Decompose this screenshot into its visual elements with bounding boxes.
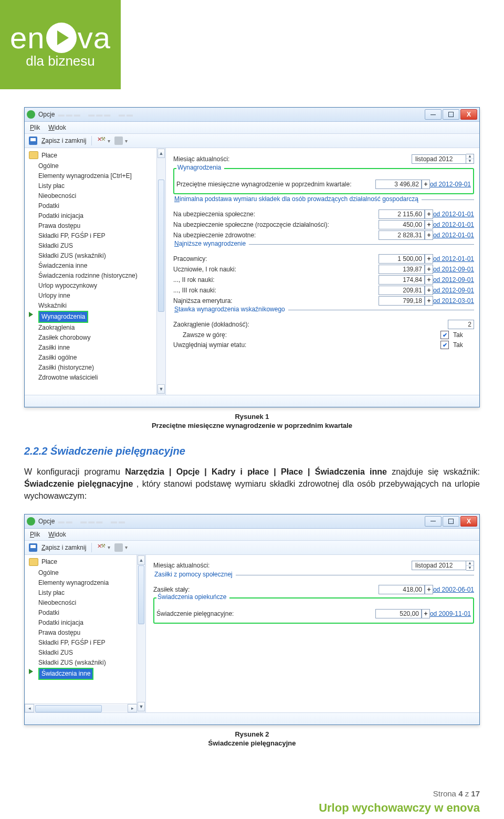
month-value[interactable]: listopad 2012 [412, 154, 466, 164]
row-value[interactable]: 799,18 [379, 296, 425, 306]
nav-item[interactable]: Świadczenia inne [38, 668, 144, 680]
row-date-link[interactable]: od 2012-09-01 [433, 276, 474, 284]
scroll-left-button[interactable]: ◂ [25, 704, 34, 712]
scroll-thumb[interactable] [138, 565, 144, 624]
tools-icon[interactable] [97, 136, 106, 145]
expand-button[interactable]: + [425, 230, 433, 240]
checkbox[interactable]: ✔ [440, 341, 449, 349]
expand-button[interactable]: + [425, 275, 433, 285]
nav-item[interactable]: Składki ZUS (wskaźniki) [38, 251, 164, 261]
nav-item[interactable]: Zasiłki (historyczne) [38, 363, 164, 373]
month-spinner[interactable]: listopad 2012 ▲▼ [412, 561, 474, 571]
print-icon[interactable] [114, 543, 123, 552]
nav-item[interactable]: Składki ZUS [38, 241, 164, 251]
nav-item[interactable]: Nieobecności [38, 191, 164, 201]
nav-item[interactable]: Podatki [38, 608, 144, 618]
row-date-link[interactable]: od 2012-01-01 [433, 221, 474, 228]
row-value[interactable]: 139,87 [379, 265, 425, 274]
nav-item[interactable]: Listy płac [38, 181, 164, 191]
menu-plik[interactable]: PPliklik [30, 124, 40, 131]
row-value[interactable]: 2 115,60 [379, 209, 425, 219]
row-date-link[interactable]: od 2012-09-01 [433, 266, 474, 273]
horizontal-scrollbar[interactable]: ◂ ▸ [25, 704, 137, 712]
nav-item[interactable]: Elementy wynagrodzenia [38, 578, 144, 588]
spinner-down-icon[interactable]: ▼ [466, 159, 474, 163]
nav-item[interactable]: Zaokrąglenia [38, 323, 164, 333]
row-date-link[interactable]: od 2012-09-01 [433, 287, 474, 294]
nav-item[interactable]: Nieobecności [38, 598, 144, 608]
nav-item[interactable]: Ogólne [38, 568, 144, 578]
nav-item[interactable]: Zasiłki inne [38, 343, 164, 353]
expand-button[interactable]: + [425, 286, 433, 295]
avg-date-link[interactable]: od 2012-09-01 [430, 181, 471, 188]
print-icon[interactable] [114, 136, 123, 145]
restore-button[interactable] [443, 109, 459, 120]
month-spinner[interactable]: listopad 2012 ▲▼ [412, 154, 474, 164]
nav-item[interactable]: Prawa dostępu [38, 221, 164, 231]
nav-item[interactable]: Urlop wypoczynkowy [38, 281, 164, 291]
nav-item[interactable]: Podatki inicjacja [38, 211, 164, 221]
restore-button[interactable] [443, 516, 459, 527]
nav-item[interactable]: Podatki inicjacja [38, 618, 144, 628]
row-value[interactable]: 1 500,00 [379, 254, 425, 264]
swiad-value[interactable]: 520,00 [375, 609, 422, 618]
month-value[interactable]: listopad 2012 [412, 561, 466, 570]
dropdown-caret-icon[interactable]: ▾ [108, 544, 110, 550]
scroll-thumb[interactable] [35, 705, 102, 712]
menu-widok[interactable]: Widok [48, 124, 66, 131]
minimize-button[interactable]: — [425, 109, 442, 120]
scroll-down-button[interactable]: ▼ [158, 384, 165, 394]
nav-item[interactable]: Wynagrodzenia [38, 311, 164, 323]
nav-item[interactable]: Świadczenia inne [38, 261, 164, 271]
row-value[interactable]: 174,84 [379, 275, 425, 285]
menu-widok[interactable]: Widok [48, 531, 66, 538]
nav-item[interactable]: Zasiłek chorobowy [38, 333, 164, 343]
titlebar[interactable]: Opcje ▬▬ ▬▬▬ ▬▬ — X [25, 514, 479, 529]
vertical-scrollbar[interactable]: ▲ ▼ [156, 148, 165, 395]
titlebar[interactable]: Opcje ▬▬▬ ▬▬▬ ▬▬ — X [25, 108, 479, 122]
expand-button[interactable]: + [425, 220, 433, 229]
nav-item[interactable]: Zdrowotne właścicieli [38, 373, 164, 383]
expand-button[interactable]: + [425, 265, 433, 274]
tools-icon[interactable] [97, 543, 106, 552]
nav-item[interactable]: Ogólne [38, 161, 164, 171]
expand-button[interactable]: + [425, 209, 433, 219]
dropdown-caret-icon[interactable]: ▾ [125, 138, 128, 144]
row-date-link[interactable]: od 2012-03-01 [433, 297, 474, 304]
close-button[interactable]: X [460, 109, 477, 120]
avg-value[interactable]: 3 496,82 [375, 180, 422, 189]
nav-root[interactable]: Płace [29, 558, 144, 566]
nav-item[interactable]: Zasiłki ogólne [38, 353, 164, 363]
close-button[interactable]: X [460, 516, 477, 527]
row-date-link[interactable]: od 2012-01-01 [433, 211, 474, 218]
swiad-date-link[interactable]: od 2009-11-01 [430, 610, 471, 617]
checkbox[interactable]: ✔ [440, 331, 449, 339]
nav-item[interactable]: Składki ZUS [38, 648, 144, 658]
nav-root[interactable]: Płace [29, 151, 164, 159]
scroll-thumb[interactable] [158, 180, 164, 312]
menu-plik[interactable]: Plik [30, 531, 40, 538]
row-value[interactable]: 209,81 [379, 286, 425, 295]
scroll-up-button[interactable]: ▲ [158, 149, 165, 158]
dropdown-caret-icon[interactable]: ▾ [108, 138, 110, 144]
nav-item[interactable]: Składki FP, FGŚP i FEP [38, 231, 164, 241]
row-date-link[interactable]: od 2012-01-01 [433, 255, 474, 262]
expand-button[interactable]: + [422, 180, 430, 189]
nav-item[interactable]: Urlopy inne [38, 291, 164, 301]
vertical-scrollbar[interactable]: ▲ ▼ [136, 555, 145, 712]
scroll-up-button[interactable]: ▲ [138, 555, 145, 565]
dropdown-caret-icon[interactable]: ▾ [125, 544, 128, 550]
expand-button[interactable]: + [425, 296, 433, 306]
nav-item[interactable]: Listy płac [38, 588, 144, 598]
minimize-button[interactable]: — [425, 516, 442, 527]
nav-item[interactable]: Składki ZUS (wskaźniki) [38, 658, 144, 668]
nav-item[interactable]: Elementy wynagrodzenia [Ctrl+E] [38, 171, 164, 181]
nav-item[interactable]: Prawa dostępu [38, 628, 144, 638]
nav-item[interactable]: Składki FP, FGŚP i FEP [38, 638, 144, 648]
row-value[interactable]: 2 828,31 [379, 230, 425, 240]
row-date-link[interactable]: od 2012-01-01 [433, 232, 474, 239]
expand-button[interactable]: + [425, 254, 433, 264]
scroll-right-button[interactable]: ▸ [128, 704, 137, 712]
save-and-close-button[interactable]: Zapisz i zamknij [41, 544, 86, 551]
zaokr-value[interactable]: 2 [448, 320, 474, 329]
